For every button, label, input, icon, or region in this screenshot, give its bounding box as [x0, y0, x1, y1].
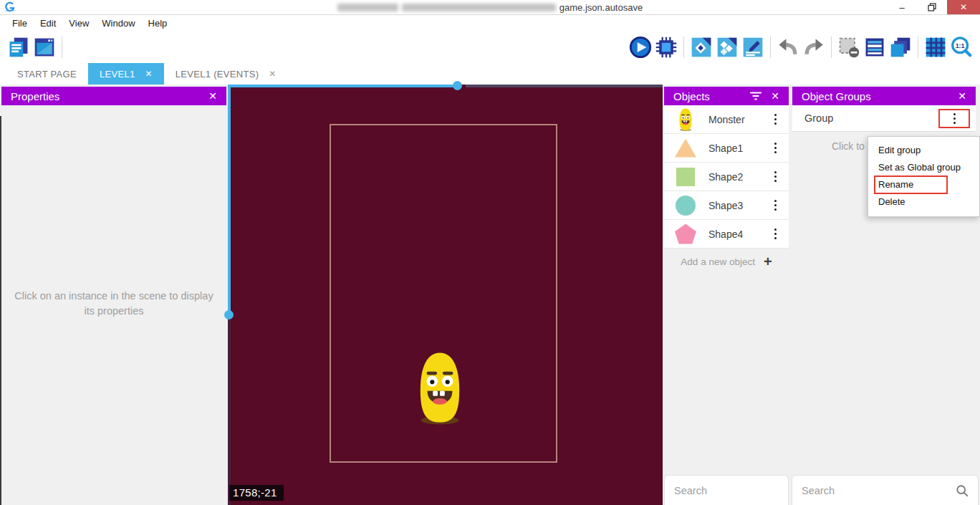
minimize-icon: –: [899, 2, 904, 13]
toolbar-separator: [62, 37, 62, 58]
object-name: Shape2: [703, 171, 767, 183]
object-row-shape1[interactable]: Shape1: [664, 134, 789, 163]
add-object-icon[interactable]: [688, 34, 714, 60]
restore-button[interactable]: [917, 0, 947, 14]
object-row-monster[interactable]: Monster: [664, 105, 789, 134]
objects-search-input[interactable]: [674, 485, 808, 496]
tab-start-page[interactable]: START PAGE: [6, 63, 88, 85]
object-name: Monster: [703, 114, 767, 125]
delete-instances-icon[interactable]: [836, 34, 862, 60]
play-preview-icon[interactable]: [628, 34, 653, 60]
gdevelop-window: game.json.autosave – ✕ File Edit View Wi…: [0, 0, 980, 505]
toolbar-separator: [918, 37, 918, 58]
object-menu-icon[interactable]: [767, 143, 783, 153]
redo-icon[interactable]: [801, 34, 827, 60]
monster-thumbnail-icon: [668, 108, 703, 131]
pentagon-icon: [675, 224, 696, 244]
cursor-coordinates: 1758;-21: [229, 485, 284, 501]
toolbar-separator: [770, 37, 771, 58]
minimize-button[interactable]: –: [887, 0, 917, 14]
start-page-window-icon[interactable]: [32, 34, 57, 60]
title-bar: game.json.autosave – ✕: [0, 0, 980, 15]
object-menu-icon[interactable]: [767, 229, 783, 239]
close-panel-icon[interactable]: ✕: [771, 90, 779, 102]
group-row[interactable]: Group: [792, 105, 976, 132]
tab-label: START PAGE: [17, 69, 77, 80]
add-new-object-label: Add a new object: [681, 256, 755, 267]
redacted-title-segment: [337, 4, 398, 11]
menu-item-edit-group[interactable]: Edit group: [868, 142, 979, 159]
close-panel-icon[interactable]: ✕: [958, 90, 966, 102]
menu-bar: File Edit View Window Help: [0, 15, 980, 32]
object-name: Shape3: [703, 200, 767, 211]
object-groups-panel-header: Object Groups ✕: [792, 87, 976, 105]
annotation-highlight-box: [938, 109, 970, 128]
tab-label: LEVEL1 (EVENTS): [176, 69, 259, 80]
scene-window-border: [466, 85, 663, 87]
group-context-menu: Edit group Set as Global group Rename De…: [868, 136, 980, 217]
groups-hint-text: Click to: [832, 140, 865, 152]
toolbar-separator: [683, 37, 684, 58]
layers-icon[interactable]: [888, 34, 913, 60]
tab-level1[interactable]: LEVEL1 ✕: [88, 63, 164, 85]
menu-view[interactable]: View: [62, 18, 95, 29]
object-row-shape2[interactable]: Shape2: [664, 163, 789, 191]
restore-icon: [928, 3, 936, 11]
object-menu-icon[interactable]: [767, 171, 783, 182]
filter-icon[interactable]: [749, 90, 762, 102]
object-row-shape3[interactable]: Shape3: [664, 191, 789, 220]
object-row-shape4[interactable]: Shape4: [664, 220, 789, 249]
close-button[interactable]: ✕: [947, 0, 980, 14]
object-groups-panel-title: Object Groups: [802, 90, 949, 102]
objects-panel-header: Objects ✕: [664, 87, 789, 105]
object-name: Shape1: [703, 143, 767, 154]
properties-panel-header: Properties ✕: [1, 87, 226, 105]
toggle-grid-icon[interactable]: [923, 34, 948, 60]
debug-icon[interactable]: [653, 34, 679, 60]
menu-item-set-global-group[interactable]: Set as Global group: [868, 159, 979, 176]
tab-close-icon[interactable]: ✕: [145, 69, 152, 79]
objects-panel: Objects ✕ Monster Sha: [663, 85, 790, 505]
monster-instance[interactable]: [415, 351, 464, 425]
tab-label: LEVEL1: [100, 69, 135, 80]
window-title-text: game.json.autosave: [559, 2, 643, 13]
group-menu-icon[interactable]: [946, 113, 962, 124]
window-title: game.json.autosave: [0, 0, 980, 14]
toolbar-separator: [831, 37, 832, 58]
zoom-reset-icon[interactable]: 1:1: [948, 34, 974, 60]
groups-search-input[interactable]: [802, 485, 956, 496]
undo-icon[interactable]: [775, 34, 801, 60]
screen-edge: [0, 116, 1, 505]
object-menu-icon[interactable]: [767, 114, 783, 125]
close-icon: ✕: [960, 2, 967, 12]
scene-window-border: [228, 319, 231, 505]
resize-handle-left[interactable]: [224, 310, 234, 319]
gdevelop-logo-icon: [4, 1, 16, 13]
menu-edit[interactable]: Edit: [34, 18, 62, 29]
tab-bar: START PAGE LEVEL1 ✕ LEVEL1 (EVENTS) ✕: [0, 63, 980, 85]
main-area: Properties ✕ Click on an instance in the…: [0, 85, 980, 505]
scene-window-border: [228, 85, 231, 311]
menu-window[interactable]: Window: [95, 18, 141, 29]
resize-handle-top[interactable]: [453, 81, 462, 90]
triangle-icon: [675, 139, 696, 158]
toolbar: 1:1: [0, 32, 980, 63]
add-object-group-icon[interactable]: [714, 34, 740, 60]
menu-file[interactable]: File: [6, 18, 34, 29]
objects-list-icon[interactable]: [862, 34, 888, 60]
edit-scene-properties-icon[interactable]: [740, 34, 766, 60]
menu-item-delete[interactable]: Delete: [868, 193, 979, 211]
tab-level1-events[interactable]: LEVEL1 (EVENTS) ✕: [164, 63, 288, 85]
group-name: Group: [804, 112, 938, 124]
add-new-object-button[interactable]: Add a new object +: [663, 249, 790, 274]
scene-canvas[interactable]: 1758;-21: [228, 85, 663, 505]
menu-help[interactable]: Help: [142, 18, 174, 29]
square-icon: [676, 168, 695, 186]
tab-close-icon[interactable]: ✕: [269, 69, 276, 79]
menu-item-rename[interactable]: Rename: [868, 176, 979, 193]
objects-panel-title: Objects: [673, 90, 749, 102]
properties-panel-title: Properties: [11, 90, 200, 102]
close-panel-icon[interactable]: ✕: [208, 90, 217, 102]
object-menu-icon[interactable]: [767, 200, 783, 211]
project-manager-icon[interactable]: [6, 34, 32, 60]
